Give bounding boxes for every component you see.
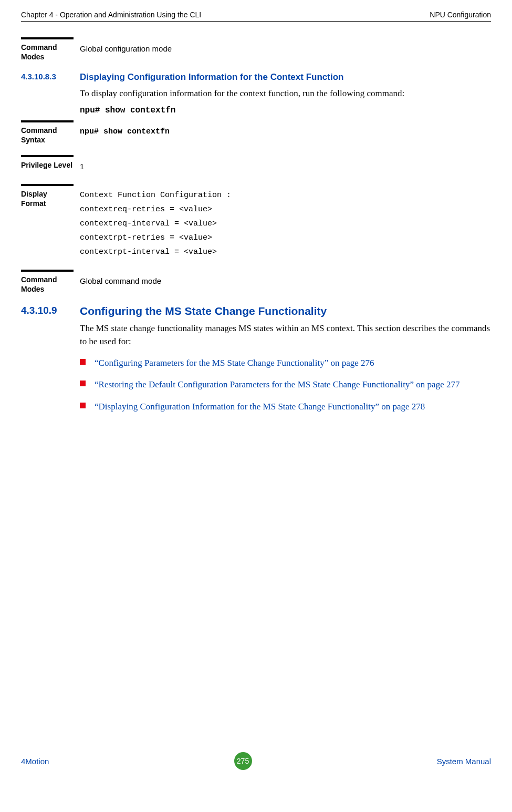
section-code: npu# show contextfn bbox=[80, 106, 491, 115]
command-syntax-value: npu# show contextfn bbox=[74, 120, 491, 145]
page-number-badge: 275 bbox=[234, 752, 252, 770]
xref-link[interactable]: “Configuring Parameters for the MS State… bbox=[95, 358, 374, 368]
bullet-item[interactable]: “Displaying Configuration Information fo… bbox=[80, 400, 491, 413]
display-line: contextrpt-retries = <value> bbox=[80, 231, 491, 245]
display-line: contextreq-interval = <value> bbox=[80, 217, 491, 231]
privilege-level-entry: Privilege Level 1 bbox=[21, 155, 491, 173]
section-number-2: 4.3.10.9 bbox=[21, 305, 74, 317]
page-header: Chapter 4 - Operation and Administration… bbox=[21, 11, 491, 22]
command-modes-value-2: Global command mode bbox=[74, 270, 491, 294]
bullet-list: “Configuring Parameters for the MS State… bbox=[80, 357, 491, 413]
entry-label-col: Display Format bbox=[21, 184, 74, 259]
header-right: NPU Configuration bbox=[430, 11, 491, 19]
section-number: 4.3.10.8.3 bbox=[21, 72, 74, 83]
display-format-label: Display Format bbox=[21, 189, 74, 208]
page-footer: 4Motion 275 System Manual bbox=[21, 752, 491, 770]
entry-label-col: Command Syntax bbox=[21, 120, 74, 145]
privilege-level-label: Privilege Level bbox=[21, 160, 74, 170]
command-modes-entry: Command Modes Global configuration mode bbox=[21, 37, 491, 61]
section-heading-2: 4.3.10.9 Configuring the MS State Change… bbox=[21, 305, 491, 317]
command-modes-value: Global configuration mode bbox=[74, 37, 491, 61]
xref-link[interactable]: “Displaying Configuration Information fo… bbox=[95, 402, 425, 412]
section-body-2: The MS state change functionality manage… bbox=[80, 322, 491, 348]
section-body: To display configuration information for… bbox=[80, 87, 491, 100]
command-modes-label: Command Modes bbox=[21, 43, 74, 61]
privilege-level-value: 1 bbox=[74, 155, 491, 173]
footer-right: System Manual bbox=[437, 757, 491, 766]
display-format-value: Context Function Configuration : context… bbox=[74, 184, 491, 259]
display-line: contextreq-retries = <value> bbox=[80, 202, 491, 217]
command-modes-entry-2: Command Modes Global command mode bbox=[21, 270, 491, 294]
bullet-item[interactable]: “Configuring Parameters for the MS State… bbox=[80, 357, 491, 369]
display-format-entry: Display Format Context Function Configur… bbox=[21, 184, 491, 259]
section-title-2: Configuring the MS State Change Function… bbox=[74, 305, 491, 317]
footer-left: 4Motion bbox=[21, 757, 49, 766]
command-syntax-entry: Command Syntax npu# show contextfn bbox=[21, 120, 491, 145]
section-heading: 4.3.10.8.3 Displaying Configuration Info… bbox=[21, 72, 491, 83]
command-syntax-label: Command Syntax bbox=[21, 126, 74, 145]
display-line: contextrpt-interval = <value> bbox=[80, 245, 491, 259]
display-line: Context Function Configuration : bbox=[80, 188, 491, 202]
xref-link[interactable]: “Restoring the Default Configuration Par… bbox=[95, 379, 459, 389]
entry-label-col: Command Modes bbox=[21, 37, 74, 61]
bullet-item[interactable]: “Restoring the Default Configuration Par… bbox=[80, 378, 491, 391]
header-left: Chapter 4 - Operation and Administration… bbox=[21, 11, 201, 19]
command-modes-label-2: Command Modes bbox=[21, 275, 74, 294]
entry-label-col: Privilege Level bbox=[21, 155, 74, 173]
section-title: Displaying Configuration Information for… bbox=[74, 72, 491, 83]
entry-label-col: Command Modes bbox=[21, 270, 74, 294]
